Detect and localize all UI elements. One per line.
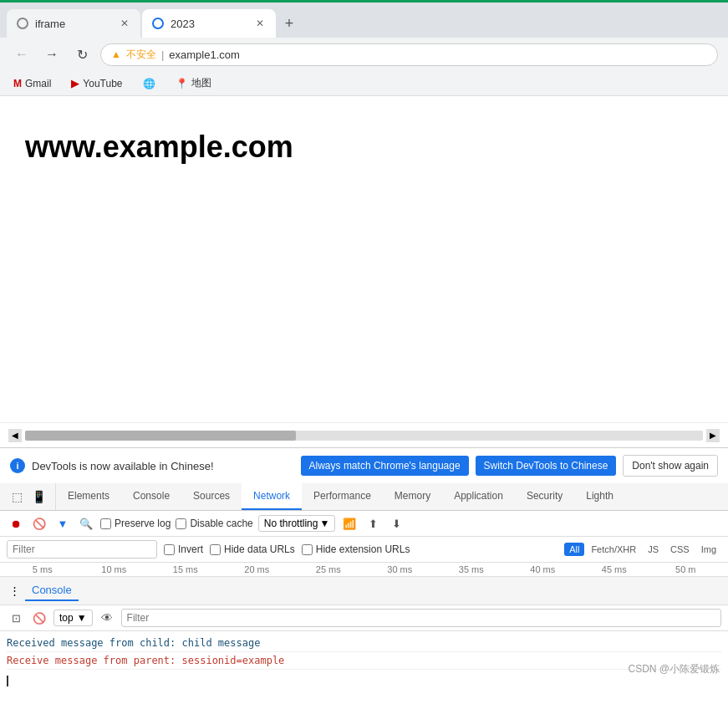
filter-all[interactable]: All: [564, 543, 584, 556]
search-icon[interactable]: 🔍: [77, 514, 95, 533]
warning-icon: ▲: [111, 48, 121, 60]
bookmark-globe[interactable]: 🌐: [140, 76, 159, 91]
url-separator: |: [161, 48, 164, 61]
tab-performance[interactable]: Performance: [302, 483, 383, 510]
context-arrow: ▼: [77, 612, 87, 624]
bookmark-gmail[interactable]: M Gmail: [10, 76, 54, 91]
download-icon[interactable]: ⬇: [387, 514, 405, 533]
url-warning-text: 不安全: [126, 48, 156, 62]
hide-extension-urls-checkbox[interactable]: Hide extension URLs: [302, 543, 410, 555]
timeline-bar: 5 ms 10 ms 15 ms 20 ms 25 ms 30 ms 35 ms…: [0, 563, 728, 577]
console-cursor-line[interactable]: [0, 673, 728, 689]
tick-45ms: 45 ms: [578, 564, 650, 574]
scroll-right-arrow[interactable]: ▶: [706, 429, 720, 442]
context-selector[interactable]: top ▼: [53, 610, 93, 626]
watermark: CSDN @小陈爱锻炼: [628, 662, 720, 676]
dont-show-again-button[interactable]: Don't show again: [623, 455, 718, 477]
disable-cache-input[interactable]: [176, 518, 186, 529]
bookmarks-bar: M Gmail ▶ YouTube 🌐 📍 地图: [0, 71, 728, 96]
tab-bar: iframe ✕ 2023 ✕ +: [0, 3, 728, 38]
filter-icon[interactable]: ▼: [53, 514, 72, 533]
hide-extension-urls-input[interactable]: [302, 544, 313, 555]
tick-10ms: 10 ms: [79, 564, 150, 574]
console-line-2: Receive message from parent: sessionid=e…: [7, 652, 721, 670]
url-bar[interactable]: ▲ 不安全 | example1.com: [100, 43, 718, 66]
device-toolbar-icon[interactable]: 📱: [28, 487, 48, 507]
filter-fetch-xhr[interactable]: Fetch/XHR: [586, 543, 641, 556]
scroll-thumb[interactable]: [25, 431, 296, 441]
tab-2023[interactable]: 2023 ✕: [142, 9, 276, 38]
horizontal-scrollbar[interactable]: ◀ ▶: [0, 422, 728, 447]
devtools-panel: i DevTools is now available in Chinese! …: [0, 447, 728, 689]
cursor-icon: [7, 676, 8, 686]
gmail-icon: M: [13, 78, 22, 89]
inspect-element-icon[interactable]: ⬚: [7, 487, 27, 507]
filter-js[interactable]: JS: [643, 543, 664, 556]
tab-iframe-close[interactable]: ✕: [119, 16, 130, 31]
tab-memory[interactable]: Memory: [383, 483, 442, 510]
tab-2023-close[interactable]: ✕: [254, 16, 266, 31]
tab-security[interactable]: Security: [515, 483, 574, 510]
tab-iframe-title: iframe: [35, 18, 112, 30]
hide-data-urls-checkbox[interactable]: Hide data URLs: [210, 543, 295, 555]
console-tab[interactable]: Console: [25, 580, 79, 601]
filter-bar: Invert Hide data URLs Hide extension URL…: [0, 537, 728, 563]
invert-input[interactable]: [164, 544, 175, 555]
reload-button[interactable]: ↻: [70, 43, 94, 66]
clear-icon[interactable]: 🚫: [30, 514, 48, 533]
console-panel-icon[interactable]: ⊡: [7, 609, 25, 627]
throttling-select[interactable]: No throttling ▼: [258, 515, 336, 532]
devtools-notification: i DevTools is now available in Chinese! …: [0, 447, 728, 483]
bookmark-maps[interactable]: 📍 地图: [172, 74, 215, 92]
console-output: Received message from child: child messa…: [0, 631, 728, 673]
tick-20ms: 20 ms: [221, 564, 293, 574]
bookmark-youtube[interactable]: ▶ YouTube: [68, 75, 125, 91]
stop-recording-icon[interactable]: ⏺: [7, 514, 25, 533]
tab-iframe[interactable]: iframe ✕: [7, 9, 140, 38]
preserve-log-label: Preserve log: [115, 518, 171, 529]
filter-img[interactable]: Img: [696, 543, 721, 556]
more-options-icon[interactable]: ⋮: [7, 584, 22, 599]
switch-to-chinese-button[interactable]: Switch DevTools to Chinese: [476, 456, 617, 476]
new-tab-button[interactable]: +: [277, 12, 301, 35]
tick-15ms: 15 ms: [150, 564, 221, 574]
console-clear-icon[interactable]: 🚫: [30, 609, 48, 627]
tick-50ms: 50 m: [650, 564, 722, 574]
upload-icon[interactable]: ⬆: [364, 514, 382, 533]
tab-console[interactable]: Console: [121, 483, 181, 510]
maps-icon: 📍: [176, 78, 188, 89]
youtube-icon: ▶: [71, 77, 79, 89]
throttling-arrow: ▼: [319, 518, 329, 529]
bookmark-maps-label: 地图: [191, 76, 211, 90]
bookmark-gmail-label: Gmail: [25, 78, 51, 89]
scroll-left-arrow[interactable]: ◀: [8, 429, 22, 442]
tab-elements[interactable]: Elements: [56, 483, 121, 510]
disable-cache-checkbox[interactable]: Disable cache: [176, 518, 252, 529]
scroll-track[interactable]: [25, 431, 703, 441]
tab-sources[interactable]: Sources: [181, 483, 242, 510]
back-button[interactable]: ←: [10, 43, 33, 66]
hide-data-urls-label: Hide data URLs: [224, 543, 295, 555]
wifi-icon[interactable]: 📶: [340, 514, 359, 533]
tab-lighthouse[interactable]: Lighth: [574, 483, 625, 510]
hide-data-urls-input[interactable]: [210, 544, 221, 555]
tab-2023-title: 2023: [171, 18, 247, 30]
tab-iframe-icon: [17, 18, 28, 29]
notification-text: DevTools is now available in Chinese!: [32, 460, 294, 472]
devtools-icon-group: ⬚ 📱: [0, 483, 56, 510]
tick-25ms: 25 ms: [293, 564, 364, 574]
tab-network[interactable]: Network: [242, 483, 302, 510]
console-filter-input[interactable]: [121, 609, 721, 627]
always-match-language-button[interactable]: Always match Chrome's language: [301, 456, 469, 476]
filter-css[interactable]: CSS: [665, 543, 695, 556]
filter-input[interactable]: [7, 540, 157, 559]
forward-button[interactable]: →: [40, 43, 64, 66]
tab-2023-icon: [152, 18, 164, 29]
preserve-log-checkbox[interactable]: Preserve log: [100, 518, 171, 529]
eye-icon[interactable]: 👁: [98, 609, 116, 627]
preserve-log-input[interactable]: [100, 518, 111, 529]
tab-application[interactable]: Application: [442, 483, 515, 510]
invert-checkbox[interactable]: Invert: [164, 543, 203, 555]
hide-extension-urls-label: Hide extension URLs: [316, 543, 410, 555]
console-message-1: Received message from child: child messa…: [7, 637, 260, 649]
